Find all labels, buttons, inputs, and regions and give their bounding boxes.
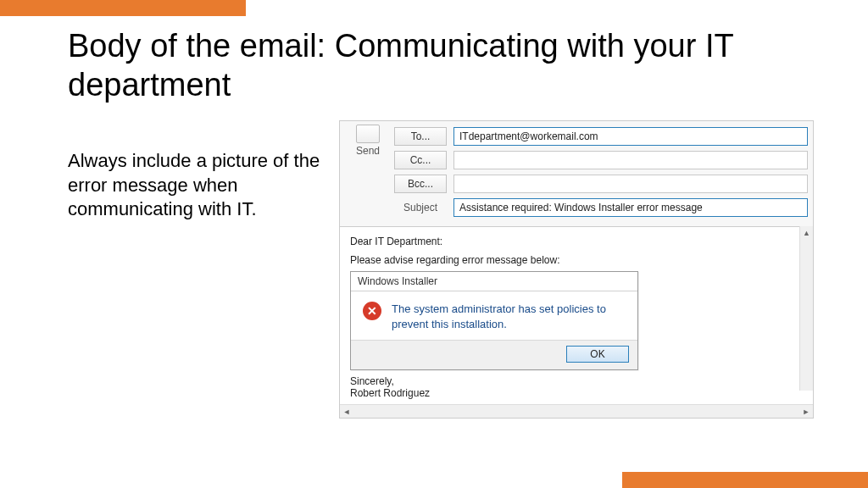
vertical-scrollbar[interactable]: ▲ <box>799 226 813 391</box>
body-instruction: Please advise regarding error message be… <box>350 254 798 266</box>
body-greeting: Dear IT Department: <box>350 236 798 247</box>
send-button[interactable]: Send <box>345 125 391 219</box>
horizontal-scrollbar[interactable]: ◄ ► <box>340 404 813 418</box>
cc-field[interactable] <box>453 151 808 169</box>
body-signature: Robert Rodriguez <box>350 387 798 399</box>
error-icon: ✕ <box>363 302 381 320</box>
error-dialog: Windows Installer ✕ The system administr… <box>350 271 638 370</box>
cc-button[interactable]: Cc... <box>394 151 447 169</box>
slide-body-text: Always include a picture of the error me… <box>68 149 331 222</box>
accent-bar-bottom <box>622 472 868 488</box>
accent-bar-top <box>0 0 246 16</box>
subject-field[interactable]: Assistance required: Windows Installer e… <box>453 198 808 217</box>
error-dialog-title: Windows Installer <box>351 272 637 291</box>
ok-button[interactable]: OK <box>566 346 629 363</box>
bcc-field[interactable] <box>453 175 808 193</box>
slide-title: Body of the email: Communicating with yo… <box>68 27 797 104</box>
error-message: The system administrator has set policie… <box>392 302 626 331</box>
bcc-button[interactable]: Bcc... <box>394 175 447 193</box>
scroll-right-icon[interactable]: ► <box>799 405 813 418</box>
outlook-compose-window: Send To... ITdepartment@workemail.com Cc… <box>339 120 814 419</box>
send-label: Send <box>345 145 391 157</box>
email-body-area[interactable]: Dear IT Department: Please advise regard… <box>340 226 813 404</box>
scroll-left-icon[interactable]: ◄ <box>340 405 353 418</box>
to-field[interactable]: ITdepartment@workemail.com <box>453 127 808 146</box>
body-signoff: Sincerely, <box>350 375 798 387</box>
send-icon <box>356 125 380 143</box>
subject-label: Subject <box>394 199 447 216</box>
scroll-up-icon[interactable]: ▲ <box>800 226 813 240</box>
to-button[interactable]: To... <box>394 127 447 146</box>
